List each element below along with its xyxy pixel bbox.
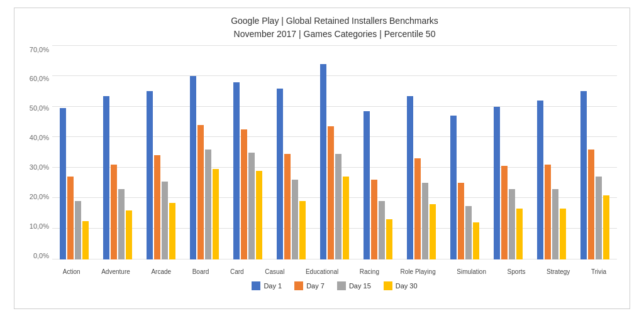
bar-day15 bbox=[509, 189, 515, 259]
bar-day30 bbox=[343, 177, 349, 259]
x-axis-labels: ActionAdventureArcadeBoardCardCasualEduc… bbox=[52, 268, 617, 275]
bar-day1 bbox=[450, 116, 457, 259]
category-group bbox=[103, 96, 132, 259]
chart-area: 0,0%10,0%20,0%30,0%40,0%50,0%60,0%70,0% … bbox=[52, 46, 617, 259]
bar-day30 bbox=[560, 209, 566, 259]
bar-day7 bbox=[284, 154, 291, 259]
x-label: Simulation bbox=[457, 268, 486, 275]
legend-color-box bbox=[294, 281, 303, 290]
legend-label: Day 7 bbox=[306, 282, 325, 290]
bar-day1 bbox=[494, 107, 500, 259]
legend-item: Day 1 bbox=[252, 281, 282, 290]
bar-day7 bbox=[545, 165, 551, 259]
bar-day15 bbox=[379, 201, 385, 259]
bar-day15 bbox=[465, 206, 472, 259]
bar-day7 bbox=[458, 183, 464, 259]
bar-day7 bbox=[67, 177, 74, 259]
category-group bbox=[450, 116, 479, 259]
bar-day30 bbox=[430, 204, 436, 259]
bar-day30 bbox=[169, 203, 175, 259]
y-axis-labels: 0,0%10,0%20,0%30,0%40,0%50,0%60,0%70,0% bbox=[21, 46, 49, 259]
y-label: 50,0% bbox=[21, 104, 49, 112]
bar-day30 bbox=[82, 221, 89, 259]
bar-day15 bbox=[162, 182, 168, 259]
bar-day1 bbox=[233, 82, 240, 259]
bar-day15 bbox=[422, 183, 428, 259]
x-label: Racing bbox=[360, 268, 379, 275]
x-label: Adventure bbox=[101, 268, 130, 275]
category-group bbox=[190, 76, 219, 259]
x-label: Action bbox=[63, 268, 80, 275]
bar-day1 bbox=[190, 76, 196, 259]
bar-day7 bbox=[197, 125, 204, 259]
x-label: Casual bbox=[265, 268, 284, 275]
y-label: 10,0% bbox=[21, 222, 49, 230]
legend: Day 1Day 7Day 15Day 30 bbox=[52, 281, 617, 290]
legend-item: Day 15 bbox=[337, 281, 371, 290]
legend-color-box bbox=[384, 281, 392, 290]
y-label: 70,0% bbox=[21, 46, 49, 53]
x-label: Sports bbox=[508, 268, 526, 275]
category-group bbox=[364, 111, 392, 259]
bar-day1 bbox=[320, 64, 326, 259]
bar-day1 bbox=[580, 91, 587, 259]
x-label: Trivia bbox=[591, 268, 606, 275]
bar-day15 bbox=[552, 189, 558, 259]
bar-day15 bbox=[596, 177, 602, 259]
bar-day7 bbox=[414, 158, 421, 259]
bar-day7 bbox=[111, 165, 117, 259]
x-label: Card bbox=[230, 268, 244, 275]
category-group bbox=[537, 101, 566, 259]
bar-day1 bbox=[364, 111, 370, 259]
x-label: Board bbox=[192, 268, 209, 275]
bar-day15 bbox=[335, 154, 341, 259]
x-label: Strategy bbox=[547, 268, 570, 275]
legend-label: Day 15 bbox=[349, 282, 371, 290]
bar-day7 bbox=[241, 129, 247, 259]
bar-day30 bbox=[256, 171, 262, 259]
bar-day30 bbox=[386, 219, 392, 259]
bars-area bbox=[52, 46, 617, 259]
legend-label: Day 30 bbox=[396, 282, 418, 290]
bar-day30 bbox=[473, 222, 479, 259]
bar-day7 bbox=[588, 150, 594, 259]
bar-day1 bbox=[407, 96, 413, 259]
category-group bbox=[320, 64, 349, 259]
y-label: 40,0% bbox=[21, 134, 49, 141]
bar-day1 bbox=[60, 108, 66, 259]
category-group bbox=[494, 107, 523, 259]
category-group bbox=[580, 91, 609, 259]
x-label: Arcade bbox=[151, 268, 171, 275]
legend-color-box bbox=[337, 281, 346, 290]
category-group bbox=[233, 82, 262, 259]
legend-item: Day 30 bbox=[384, 281, 418, 290]
bar-day30 bbox=[126, 210, 132, 259]
chart-title: Google Play | Global Retained Installers… bbox=[52, 14, 617, 41]
bar-day1 bbox=[537, 101, 543, 259]
category-group bbox=[277, 89, 306, 259]
chart-container: Google Play | Global Retained Installers… bbox=[14, 8, 630, 309]
bar-day30 bbox=[299, 201, 306, 259]
bar-day1 bbox=[103, 96, 109, 259]
bar-day30 bbox=[603, 195, 609, 259]
x-label: Educational bbox=[306, 268, 338, 275]
bar-day15 bbox=[75, 201, 81, 259]
bar-day1 bbox=[147, 91, 153, 259]
y-label: 30,0% bbox=[21, 163, 49, 171]
bar-day7 bbox=[371, 180, 377, 259]
bar-day15 bbox=[248, 153, 255, 259]
y-label: 20,0% bbox=[21, 193, 49, 200]
category-group bbox=[60, 108, 89, 259]
bar-day15 bbox=[292, 180, 298, 259]
legend-item: Day 7 bbox=[294, 281, 325, 290]
bar-day1 bbox=[277, 89, 283, 259]
bar-day30 bbox=[213, 169, 219, 259]
bar-day30 bbox=[516, 209, 523, 259]
x-label: Role Playing bbox=[401, 268, 436, 275]
bar-day15 bbox=[205, 150, 211, 259]
legend-color-box bbox=[252, 281, 260, 290]
bar-day7 bbox=[328, 126, 334, 259]
category-group bbox=[147, 91, 175, 259]
bar-day7 bbox=[501, 166, 508, 259]
y-label: 0,0% bbox=[21, 252, 49, 259]
